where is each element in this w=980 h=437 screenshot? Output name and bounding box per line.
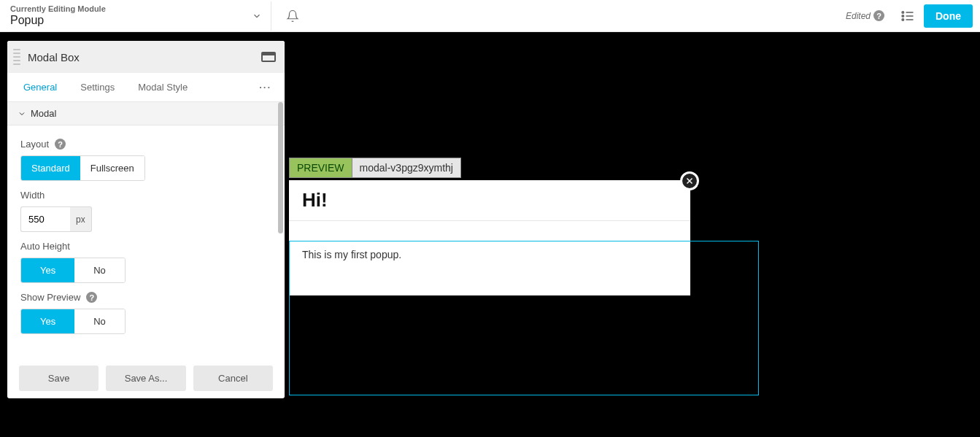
module-name: Popup [10,13,262,27]
notifications-button[interactable] [280,5,305,27]
showpreview-segment: Yes No [20,309,126,334]
svg-point-4 [902,18,904,20]
tab-general[interactable]: General [12,74,69,100]
autoheight-label: Auto Height [20,241,271,252]
edited-text: Edited [846,11,871,21]
canvas[interactable]: Modal Box General Settings Modal Style ·… [0,32,980,437]
layout-standard-button[interactable]: Standard [21,156,80,180]
autoheight-segment: Yes No [20,258,126,283]
section-modal-toggle[interactable]: Modal [7,102,285,125]
help-icon[interactable]: ? [873,10,884,21]
divider [271,1,271,31]
list-icon [900,9,915,23]
chevron-down-icon [252,11,262,21]
help-icon[interactable]: ? [55,139,66,150]
modal-preview[interactable]: Hi! This is my first popup. [289,180,690,295]
width-label: Width [20,190,271,201]
tab-settings[interactable]: Settings [69,74,126,100]
modal-body-text: This is my first popup. [289,241,690,295]
showpreview-label: Show Preview ? [20,292,271,303]
sequence-button[interactable] [900,9,915,23]
tab-more-button[interactable]: ··· [250,76,280,98]
save-as-button[interactable]: Save As... [106,366,185,391]
width-unit: px [70,206,92,232]
window-icon[interactable] [261,52,276,62]
top-bar: Currently Editing Module Popup Edited ? … [0,0,980,32]
showpreview-yes-button[interactable]: Yes [21,309,74,333]
modal-title: Hi! [289,180,690,221]
drag-handle-icon[interactable] [13,49,20,65]
layout-fullscreen-button[interactable]: Fullscreen [80,156,144,180]
bell-icon [286,9,299,23]
module-label: Currently Editing Module [10,4,262,13]
done-button[interactable]: Done [924,4,973,28]
preview-badge: PREVIEW [289,158,352,178]
svg-point-2 [902,15,904,17]
svg-point-0 [902,11,904,13]
autoheight-yes-button[interactable]: Yes [21,258,74,282]
preview-tag[interactable]: PREVIEW modal-v3pgz9xymthj [289,158,461,178]
panel-tabs: General Settings Modal Style ··· [7,73,285,102]
save-button[interactable]: Save [19,366,99,391]
panel-title: Modal Box [28,51,261,63]
panel-footer: Save Save As... Cancel [7,358,285,398]
modal-close-button[interactable] [680,171,699,190]
close-icon [685,177,694,185]
panel-header[interactable]: Modal Box [7,41,285,73]
scrollbar[interactable] [278,102,283,233]
showpreview-no-button[interactable]: No [74,309,125,333]
module-switcher[interactable]: Currently Editing Module Popup [10,4,262,27]
tab-modal-style[interactable]: Modal Style [126,74,199,100]
edited-indicator: Edited ? [846,10,884,21]
chevron-down-icon [18,109,26,118]
preview-id: modal-v3pgz9xymthj [352,158,461,178]
layout-label: Layout ? [20,139,271,150]
properties-panel: Modal Box General Settings Modal Style ·… [7,41,285,398]
section-label: Modal [31,108,56,119]
cancel-button[interactable]: Cancel [193,366,273,391]
help-icon[interactable]: ? [86,292,97,303]
width-input[interactable] [20,206,70,232]
layout-segment: Standard Fullscreen [20,155,145,181]
panel-body: Modal Layout ? Standard Fullscreen Width [7,102,285,358]
autoheight-no-button[interactable]: No [74,258,125,282]
